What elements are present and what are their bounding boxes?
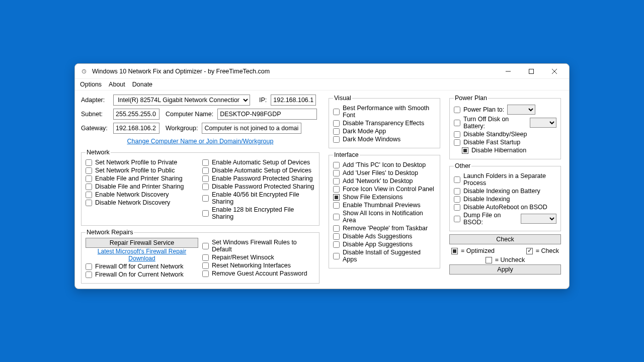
chk-dump-bsod[interactable]: Dump File on BSOD: xyxy=(454,212,556,226)
chk-force-icon-view[interactable]: Force Icon View in Control Panel xyxy=(333,186,436,193)
chk-all-tray-icons[interactable]: Show All Icons in Notification Area xyxy=(333,210,436,224)
close-button[interactable] xyxy=(543,64,566,78)
label-adapter: Adapter: xyxy=(81,97,109,104)
computer-name-field[interactable] xyxy=(217,109,317,120)
power-plan-select[interactable] xyxy=(507,105,535,115)
legend-check: = Check xyxy=(536,247,559,254)
legend-powerplan: Power Plan xyxy=(454,95,488,102)
titlebar[interactable]: Windows 10 Network Fix and Optimizer - b… xyxy=(75,64,569,79)
group-powerplan: Power Plan Power Plan to: Turn Off Disk … xyxy=(449,95,561,159)
chk-disable-index[interactable]: Disable Indexing xyxy=(454,196,556,203)
menubar: Options About Donate xyxy=(75,79,569,90)
legend-optimized: = Optimized xyxy=(461,247,495,254)
chk-reset-winsock[interactable]: Repair/Reset Winsock xyxy=(202,254,315,261)
label-workgroup: Workgroup: xyxy=(166,125,198,132)
link-firewall-download[interactable]: Latest Microsoft's Firewall Repair Downl… xyxy=(98,248,186,262)
chk-reset-interfaces[interactable]: Reset Networking Interfaces xyxy=(202,262,315,269)
chk-disable-fast-startup[interactable]: Disable Fast Startup xyxy=(454,139,556,146)
chk-firewall-on[interactable]: Firewall On for Current Network xyxy=(86,271,198,278)
chk-remove-guest-pw[interactable]: Remove Guest Account Password xyxy=(202,270,315,277)
chk-best-perf[interactable]: Best Performance with Smooth Font xyxy=(333,105,436,119)
chk-disable-autoreboot[interactable]: Disable AutoReboot on BSOD xyxy=(454,204,556,211)
chk-thispc-desktop[interactable]: Add 'This PC' Icon to Desktop xyxy=(333,161,436,168)
chk-enable-128[interactable]: Enable 128 bit Encrypted File Sharing xyxy=(202,206,315,220)
btn-repair-firewall[interactable]: Repair Firewall Service xyxy=(86,238,198,248)
chk-turnoff-disk[interactable]: Turn Off Disk on Battery: xyxy=(454,116,556,130)
chk-disable-index-batt[interactable]: Disable Indexing on Battery xyxy=(454,188,556,195)
legend-visual: Visual xyxy=(333,95,352,102)
chk-dark-app[interactable]: Dark Mode App xyxy=(333,128,436,135)
chk-disable-app-sugg[interactable]: Disable App Suggestions xyxy=(333,241,436,248)
gateway-field[interactable] xyxy=(113,123,159,134)
legend-other: Other xyxy=(454,162,471,169)
subnet-field[interactable] xyxy=(113,109,159,120)
disk-timeout-select[interactable] xyxy=(530,118,556,128)
chk-userfiles-desktop[interactable]: Add 'User Files' to Desktop xyxy=(333,169,436,176)
chk-dark-windows[interactable]: Dark Mode Windows xyxy=(333,136,436,143)
chk-disable-standby[interactable]: Disable Standby/Sleep xyxy=(454,131,556,138)
app-icon xyxy=(80,67,88,75)
chk-disable-discovery[interactable]: Disable Network Discovery xyxy=(86,199,198,206)
chk-disable-ads[interactable]: Disable Ads Suggestions xyxy=(333,233,436,240)
svg-line-2 xyxy=(84,71,85,72)
chk-firewall-off[interactable]: Firewall Off for Current Network xyxy=(86,263,198,270)
menu-about[interactable]: About xyxy=(109,81,125,88)
maximize-button[interactable] xyxy=(520,64,543,78)
chk-disable-transparency[interactable]: Disable Transparency Effects xyxy=(333,120,436,127)
chk-enable-discovery[interactable]: Enable Network Discovery xyxy=(86,191,198,198)
chk-disable-hibernation[interactable]: Disable Hibernation xyxy=(462,147,556,154)
chk-network-desktop[interactable]: Add 'Network' to Desktop xyxy=(333,177,436,185)
btn-apply[interactable]: Apply xyxy=(449,264,561,275)
chk-fw-default-rules[interactable]: Set Windows Firewall Rules to Default xyxy=(202,239,315,253)
link-change-name[interactable]: Change Computer Name or Join Domain/Work… xyxy=(127,138,274,145)
group-interface: Interface Add 'This PC' Icon to Desktop … xyxy=(329,151,440,268)
group-other: Other Launch Folders in a Separate Proce… xyxy=(449,162,561,231)
chk-enable-pw-share[interactable]: Enable Password Protected Sharing xyxy=(202,175,315,182)
menu-donate[interactable]: Donate xyxy=(132,81,152,88)
svg-rect-4 xyxy=(529,69,534,73)
label-gateway: Gateway: xyxy=(81,125,109,132)
menu-options[interactable]: Options xyxy=(80,81,102,88)
chk-disable-pw-share[interactable]: Disable Password Protected Sharing xyxy=(202,183,315,190)
legend-optimized-icon xyxy=(451,248,458,254)
dump-file-select[interactable] xyxy=(521,214,556,224)
content: Adapter: Intel(R) 82574L Gigabit Network… xyxy=(75,90,569,289)
minimize-button[interactable] xyxy=(497,64,520,78)
label-ip: IP: xyxy=(259,97,267,104)
label-computer-name: Computer Name: xyxy=(166,111,213,118)
group-network: Network Set Network Profile to Private S… xyxy=(81,149,319,226)
adapter-select[interactable]: Intel(R) 82574L Gigabit Network Connecti… xyxy=(113,95,250,106)
workgroup-field[interactable] xyxy=(202,123,301,134)
chk-show-ext[interactable]: Show File Extensions xyxy=(333,194,436,201)
legend-interface: Interface xyxy=(333,151,360,158)
legend-network: Network xyxy=(86,149,111,156)
chk-thumb-previews[interactable]: Enable Thumbnail Previews xyxy=(333,202,436,209)
ip-field[interactable] xyxy=(271,95,316,106)
legend-check-icon xyxy=(526,248,533,254)
chk-enable-40-56[interactable]: Enable 40/56 bit Encrypted File Sharing xyxy=(202,191,315,205)
legend-uncheck: = Uncheck xyxy=(495,256,525,263)
window-title: Windows 10 Network Fix and Optimizer - b… xyxy=(92,68,497,75)
btn-check[interactable]: Check xyxy=(449,234,561,244)
chk-disable-fp-share[interactable]: Disable File and Printer Sharing xyxy=(86,183,198,190)
chk-remove-people[interactable]: Remove 'People' from Taskbar xyxy=(333,225,436,232)
chk-disable-auto-setup[interactable]: Disable Automatic Setup of Devices xyxy=(202,167,315,174)
chk-enable-fp-share[interactable]: Enable File and Printer Sharing xyxy=(86,175,198,182)
group-visual: Visual Best Performance with Smooth Font… xyxy=(329,95,440,148)
chk-enable-auto-setup[interactable]: Enable Automatic Setup of Devices xyxy=(202,159,315,166)
app-window: Windows 10 Network Fix and Optimizer - b… xyxy=(74,63,570,289)
chk-net-private[interactable]: Set Network Profile to Private xyxy=(86,159,198,166)
legend-uncheck-icon xyxy=(486,257,492,263)
chk-power-plan-to[interactable]: Power Plan to: xyxy=(454,105,556,115)
chk-sep-process[interactable]: Launch Folders in a Separate Process xyxy=(454,172,556,187)
chk-disable-install-sugg[interactable]: Disable Install of Suggested Apps xyxy=(333,249,436,263)
legend-repairs: Network Repairs xyxy=(86,229,134,236)
chk-net-public[interactable]: Set Network Profile to Public xyxy=(86,167,198,174)
group-repairs: Network Repairs Repair Firewall Service … xyxy=(81,229,319,284)
label-subnet: Subnet: xyxy=(81,111,109,118)
